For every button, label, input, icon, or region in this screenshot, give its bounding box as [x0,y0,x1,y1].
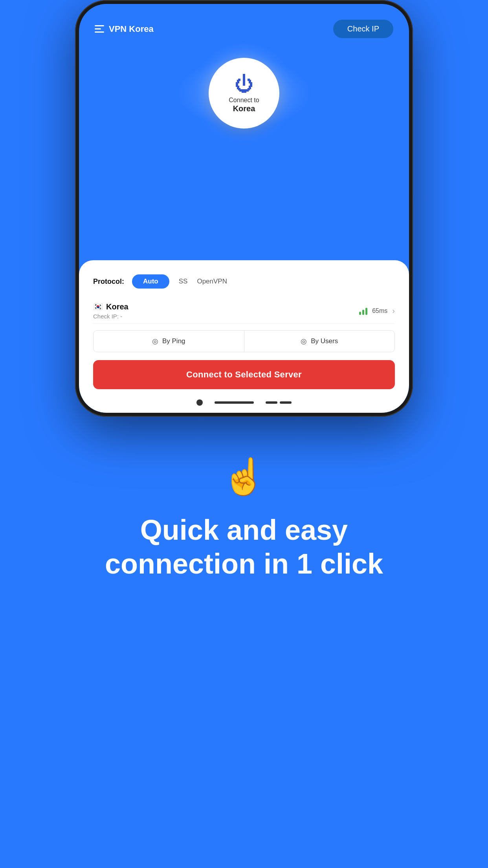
protocol-ss-button[interactable]: SS [179,278,188,285]
users-sort-icon: ◎ [301,337,307,346]
sort-row: ◎ By Ping ◎ By Users [93,330,395,352]
protocol-openvpn-button[interactable]: OpenVPN [197,278,227,285]
sort-by-ping-button[interactable]: ◎ By Ping [94,331,244,352]
server-ip: Check IP: - [93,313,128,320]
app-topbar: VPN Korea Check IP [79,4,409,46]
server-flag: 🇰🇷 [93,302,103,311]
ping-sort-icon: ◎ [152,337,158,346]
protocol-auto-button[interactable]: Auto [132,274,169,289]
phone-device: VPN Korea Check IP ⏻ Connect to Korea Pr… [75,0,413,417]
signal-bar-3 [365,308,367,315]
server-right: 65ms › [359,306,395,315]
power-section: ⏻ Connect to Korea [79,46,409,136]
sort-by-ping-label: By Ping [162,337,185,345]
nav-right-bars [266,401,292,404]
power-icon: ⏻ [235,73,253,95]
protocol-options: Auto SS OpenVPN [132,274,227,289]
server-name-text: Korea [106,302,128,311]
connect-selected-server-button[interactable]: Connect to Selected Server [93,360,395,389]
signal-bar-2 [362,310,364,315]
check-ip-button[interactable]: Check IP [333,20,393,38]
sort-by-users-label: By Users [311,337,338,345]
protocol-label: Protocol: [93,278,124,286]
app-title: VPN Korea [109,24,154,34]
signal-bar-1 [359,312,361,315]
connect-power-button[interactable]: ⏻ Connect to Korea [209,58,279,129]
nav-bar-small-1 [266,401,277,404]
bottom-panel: Protocol: Auto SS OpenVPN 🇰🇷 Korea [79,260,409,413]
finger-emoji: ☝️ [222,456,266,497]
ping-text: 65ms [372,307,387,314]
nav-center-bar [215,401,254,404]
server-row[interactable]: 🇰🇷 Korea Check IP: - 65ms › [93,298,395,324]
sort-by-users-button[interactable]: ◎ By Users [244,331,395,352]
server-info: 🇰🇷 Korea Check IP: - [93,302,128,320]
connect-to-label: Connect to [229,96,259,104]
server-name: 🇰🇷 Korea [93,302,128,311]
nav-bar-small-2 [280,401,292,404]
chevron-right-icon: › [392,306,395,315]
phone-nav-bar [196,399,292,406]
menu-icon[interactable] [95,25,104,33]
phone-screen: VPN Korea Check IP ⏻ Connect to Korea Pr… [79,4,409,413]
phone-body: VPN Korea Check IP ⏻ Connect to Korea Pr… [75,0,413,417]
promo-tagline: Quick and easy connection in 1 click [67,513,421,581]
app-title-area: VPN Korea [95,24,154,34]
promo-section: ☝️ Quick and easy connection in 1 click [0,425,488,581]
connect-country: Korea [233,104,255,113]
nav-home-indicator [196,399,203,406]
protocol-row: Protocol: Auto SS OpenVPN [93,274,395,289]
signal-icon [359,307,367,315]
